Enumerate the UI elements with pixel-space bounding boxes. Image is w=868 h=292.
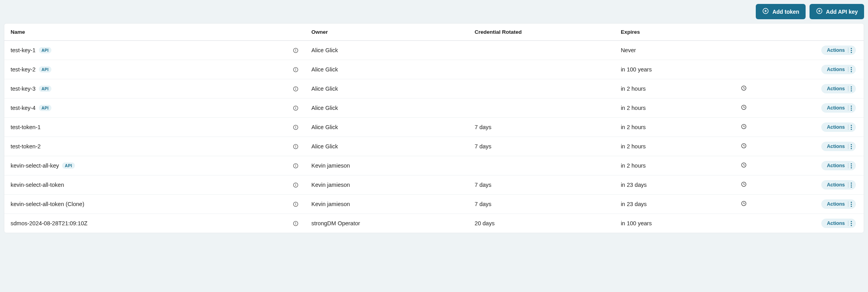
kebab-icon — [848, 105, 852, 111]
api-badge: API — [62, 162, 75, 169]
kebab-icon — [848, 86, 852, 91]
actions-label: Actions — [827, 47, 845, 53]
actions-button[interactable]: Actions — [821, 103, 856, 113]
credential-name[interactable]: kevin-select-all-token — [11, 182, 64, 188]
rotated-cell: 20 days — [469, 214, 615, 233]
expiry-indicator-cell — [735, 79, 803, 99]
rotated-cell — [469, 41, 615, 60]
rotated-cell — [469, 156, 615, 175]
column-header-indicator — [735, 24, 803, 41]
add-token-label: Add token — [772, 9, 799, 15]
owner-cell: Alice Glick — [305, 79, 469, 99]
api-badge: API — [39, 86, 51, 92]
actions-label: Actions — [827, 182, 845, 188]
actions-button[interactable]: Actions — [821, 219, 856, 228]
owner-cell: Kevin jamieson — [305, 175, 469, 195]
credential-name[interactable]: test-key-2 — [11, 66, 36, 73]
table-row: test-key-1APIAlice GlickNeverActions — [4, 41, 864, 60]
column-header-rotated[interactable]: Credential Rotated — [469, 24, 615, 41]
actions-label: Actions — [827, 124, 845, 130]
actions-button[interactable]: Actions — [821, 84, 856, 93]
expires-cell: in 2 hours — [615, 79, 735, 99]
info-icon[interactable] — [293, 220, 299, 226]
rotated-cell: 7 days — [469, 137, 615, 156]
owner-cell: Alice Glick — [305, 99, 469, 118]
info-icon[interactable] — [293, 143, 299, 150]
credential-name[interactable]: sdmos-2024-08-28T21:09:10Z — [11, 220, 88, 226]
kebab-icon — [848, 163, 852, 168]
actions-button[interactable]: Actions — [821, 46, 856, 55]
add-api-key-label: Add API key — [826, 9, 858, 15]
credentials-card: Name Owner Credential Rotated Expires te… — [4, 23, 864, 233]
expiry-indicator-cell — [735, 156, 803, 175]
expires-cell: in 2 hours — [615, 99, 735, 118]
svg-point-38 — [295, 203, 296, 203]
actions-button[interactable]: Actions — [821, 199, 856, 209]
actions-label: Actions — [827, 105, 845, 111]
expiry-indicator-cell — [735, 99, 803, 118]
kebab-icon — [848, 47, 852, 53]
api-badge: API — [39, 105, 51, 111]
actions-button[interactable]: Actions — [821, 161, 856, 170]
expires-cell: in 100 years — [615, 60, 735, 79]
info-icon[interactable] — [293, 162, 299, 169]
add-token-button[interactable]: Add token — [756, 4, 805, 19]
actions-button[interactable]: Actions — [821, 142, 856, 151]
table-row: test-token-1Alice Glick7 daysin 2 hoursA… — [4, 118, 864, 137]
expires-cell: in 100 years — [615, 214, 735, 233]
owner-cell: strongDM Operator — [305, 214, 469, 233]
actions-button[interactable]: Actions — [821, 122, 856, 132]
clock-icon — [741, 124, 747, 130]
column-header-owner[interactable]: Owner — [305, 24, 469, 41]
clock-icon — [741, 85, 747, 91]
owner-cell: Kevin jamieson — [305, 195, 469, 214]
expires-cell: in 23 days — [615, 195, 735, 214]
actions-button[interactable]: Actions — [821, 65, 856, 74]
info-icon[interactable] — [293, 86, 299, 92]
expiry-indicator-cell — [735, 41, 803, 60]
clock-icon — [741, 201, 747, 207]
credential-name[interactable]: kevin-select-all-token (Clone) — [11, 201, 84, 207]
svg-point-34 — [295, 184, 296, 184]
actions-label: Actions — [827, 67, 845, 72]
table-row: test-key-3APIAlice Glickin 2 hoursAction… — [4, 79, 864, 99]
clock-icon — [741, 104, 747, 111]
rotated-cell — [469, 99, 615, 118]
svg-point-8 — [295, 49, 296, 49]
column-header-expires[interactable]: Expires — [615, 24, 735, 41]
actions-label: Actions — [827, 144, 845, 149]
table-row: test-key-2APIAlice Glickin 100 yearsActi… — [4, 60, 864, 79]
credential-name[interactable]: test-key-4 — [11, 105, 36, 111]
actions-label: Actions — [827, 201, 845, 207]
expires-cell: in 2 hours — [615, 137, 735, 156]
rotated-cell: 7 days — [469, 195, 615, 214]
expiry-indicator-cell — [735, 214, 803, 233]
actions-button[interactable]: Actions — [821, 180, 856, 190]
table-row: test-key-4APIAlice Glickin 2 hoursAction… — [4, 99, 864, 118]
credential-name[interactable]: test-key-3 — [11, 86, 36, 92]
owner-cell: Alice Glick — [305, 60, 469, 79]
rotated-cell — [469, 60, 615, 79]
table-row: test-token-2Alice Glick7 daysin 2 hoursA… — [4, 137, 864, 156]
info-icon[interactable] — [293, 124, 299, 130]
table-row: kevin-select-all-token (Clone)Kevin jami… — [4, 195, 864, 214]
rotated-cell: 7 days — [469, 118, 615, 137]
info-icon[interactable] — [293, 47, 299, 53]
add-api-key-button[interactable]: Add API key — [810, 4, 864, 19]
credential-name[interactable]: kevin-select-all-key — [11, 162, 59, 169]
column-header-name[interactable]: Name — [4, 24, 305, 41]
owner-cell: Kevin jamieson — [305, 156, 469, 175]
info-icon[interactable] — [293, 182, 299, 188]
owner-cell: Alice Glick — [305, 137, 469, 156]
kebab-icon — [848, 182, 852, 188]
info-icon[interactable] — [293, 201, 299, 207]
info-icon[interactable] — [293, 105, 299, 111]
table-row: sdmos-2024-08-28T21:09:10ZstrongDM Opera… — [4, 214, 864, 233]
kebab-icon — [848, 221, 852, 226]
credential-name[interactable]: test-token-1 — [11, 124, 41, 130]
info-icon[interactable] — [293, 66, 299, 73]
svg-point-14 — [295, 88, 296, 88]
table-row: kevin-select-all-keyAPIKevin jamiesonin … — [4, 156, 864, 175]
credential-name[interactable]: test-token-2 — [11, 143, 41, 150]
credential-name[interactable]: test-key-1 — [11, 47, 36, 53]
